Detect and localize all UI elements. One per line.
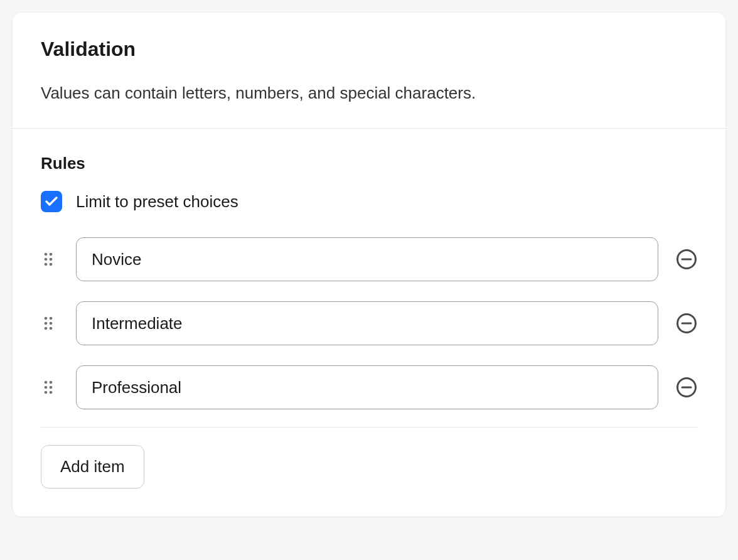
rules-heading: Rules bbox=[41, 154, 697, 173]
svg-point-2 bbox=[45, 258, 48, 261]
limit-choices-checkbox[interactable] bbox=[41, 191, 62, 212]
drag-handle-icon[interactable] bbox=[41, 250, 58, 268]
svg-point-8 bbox=[45, 317, 48, 320]
svg-point-17 bbox=[50, 381, 53, 384]
limit-choices-label: Limit to preset choices bbox=[76, 192, 238, 212]
svg-point-11 bbox=[50, 322, 53, 325]
svg-point-12 bbox=[45, 327, 48, 330]
remove-icon bbox=[676, 377, 697, 398]
remove-icon bbox=[676, 313, 697, 334]
choice-input[interactable] bbox=[76, 237, 658, 281]
validation-title: Validation bbox=[41, 38, 697, 61]
choice-list bbox=[41, 237, 697, 409]
svg-point-9 bbox=[50, 317, 53, 320]
choice-row bbox=[41, 237, 697, 281]
validation-description: Values can contain letters, numbers, and… bbox=[41, 83, 697, 103]
limit-choices-row: Limit to preset choices bbox=[41, 191, 697, 212]
svg-point-19 bbox=[50, 386, 53, 389]
remove-choice-button[interactable] bbox=[676, 313, 697, 334]
drag-handle-icon[interactable] bbox=[41, 315, 58, 332]
svg-point-5 bbox=[50, 263, 53, 266]
svg-point-21 bbox=[50, 391, 53, 394]
svg-point-4 bbox=[45, 263, 48, 266]
validation-header-section: Validation Values can contain letters, n… bbox=[13, 13, 725, 128]
svg-point-1 bbox=[50, 253, 53, 256]
remove-icon bbox=[676, 249, 697, 270]
drag-handle-icon[interactable] bbox=[41, 379, 58, 396]
remove-choice-button[interactable] bbox=[676, 249, 697, 270]
svg-point-18 bbox=[45, 386, 48, 389]
choice-input[interactable] bbox=[76, 365, 658, 409]
choice-row bbox=[41, 301, 697, 345]
validation-card: Validation Values can contain letters, n… bbox=[13, 13, 725, 517]
choices-bottom-divider bbox=[41, 427, 697, 428]
rules-section: Rules Limit to preset choices bbox=[13, 129, 725, 517]
checkmark-icon bbox=[45, 197, 58, 207]
svg-point-10 bbox=[45, 322, 48, 325]
choice-row bbox=[41, 365, 697, 409]
svg-point-13 bbox=[50, 327, 53, 330]
svg-point-16 bbox=[45, 381, 48, 384]
svg-point-0 bbox=[45, 253, 48, 256]
choice-input[interactable] bbox=[76, 301, 658, 345]
add-item-button[interactable]: Add item bbox=[41, 445, 144, 488]
svg-point-3 bbox=[50, 258, 53, 261]
svg-point-20 bbox=[45, 391, 48, 394]
remove-choice-button[interactable] bbox=[676, 377, 697, 398]
